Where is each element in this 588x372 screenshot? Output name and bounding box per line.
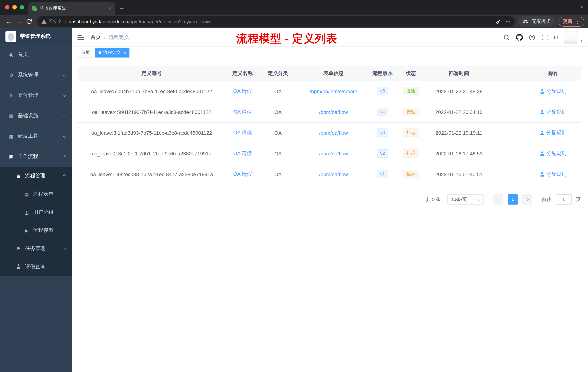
table-row: oa_leave:4:991f2193-7b7f-11ec-a3c8-acde4… [77, 101, 581, 122]
url-divider: | [65, 19, 66, 24]
definition-table: 定义编号 定义名称 定义分类 表单信息 流程版本 状态 部署时间 操作 [77, 66, 581, 185]
page-size-select[interactable]: 10条/页 [447, 194, 484, 204]
deploy-time: 2022-01-16 01:40:51 [426, 164, 492, 185]
definition-name-link[interactable]: OA 请假 [233, 109, 252, 114]
assign-rule-button[interactable]: 分配规则 [540, 109, 567, 115]
forward-button[interactable]: → [14, 18, 24, 25]
collapse-sidebar-icon[interactable] [77, 35, 84, 40]
svg-text:?: ? [531, 35, 533, 39]
user-avatar[interactable] [564, 31, 577, 44]
assign-rule-button[interactable]: 分配规则 [540, 88, 567, 94]
chevron-down-icon [63, 74, 66, 77]
goto-label: 前往 [542, 196, 551, 203]
sidebar-item-user-group[interactable]: ◫ 用户分组 [0, 203, 72, 221]
search-icon[interactable] [503, 34, 510, 41]
chevron-down-icon [63, 247, 66, 250]
fullscreen-icon[interactable] [541, 34, 548, 41]
assign-rule-button[interactable]: 分配规则 [540, 171, 567, 177]
breadcrumb-separator: / [104, 34, 105, 40]
security-label[interactable]: 不安全 [49, 18, 62, 25]
assign-rule-button[interactable]: 分配规则 [540, 129, 567, 136]
password-key-icon[interactable] [495, 19, 501, 24]
status-badge: 挂起 [403, 149, 419, 158]
cell-spacer [492, 143, 526, 164]
form-link[interactable]: /bpm/oa/flow [319, 151, 348, 156]
address-bar[interactable]: 不安全 | dashboard.yudao.iocoder.cn/bpm/man… [37, 16, 515, 27]
browser-menu-icon[interactable]: ⋮ [575, 19, 580, 24]
form-link[interactable]: /bpm/oa/flow [319, 171, 348, 177]
new-tab-button[interactable]: + [120, 5, 124, 12]
reload-button[interactable] [24, 19, 34, 24]
tag-close-icon[interactable]: × [123, 50, 126, 55]
chevron-up-icon [63, 155, 66, 158]
workflow-submenu: ≣ 流程管理 ▤ 流程表单 ◫ 用户分组 ▶ 流程模型 [0, 167, 72, 276]
sidebar-item-label: 流程管理 [25, 173, 60, 179]
sidebar-item-task-mgmt[interactable]: ⚑ 任务管理 [0, 240, 72, 258]
sidebar-item-workflow[interactable]: ▣ 工作流程 [0, 146, 72, 167]
sidebar-item-label: 用户分组 [33, 209, 65, 216]
form-link[interactable]: /bpm/oa/leave/create [310, 88, 357, 94]
form-link[interactable]: /bpm/oa/flow [319, 109, 348, 115]
chevron-down-icon [63, 94, 66, 97]
form-link[interactable]: /bpm/oa/flow [319, 130, 348, 136]
tag-home[interactable]: 首页 [78, 48, 93, 57]
bookmark-star-icon[interactable]: ☆ [506, 19, 511, 24]
version-badge: v2 [377, 149, 388, 158]
prev-page-button[interactable] [493, 194, 503, 204]
github-icon[interactable] [516, 34, 523, 41]
back-button[interactable]: ← [4, 18, 14, 25]
page-size-value: 10条/页 [451, 196, 467, 203]
definition-name-link[interactable]: OA 请假 [233, 88, 252, 94]
sidebar-item-label: 支付管理 [18, 92, 60, 99]
tag-process-definition[interactable]: 流程定义 × [95, 48, 129, 57]
sidebar-item-process-mgmt[interactable]: ≣ 流程管理 [0, 167, 72, 185]
version-badge: v1 [377, 170, 388, 178]
sidebar-item-label: 工作流程 [18, 153, 60, 160]
avatar-caret-icon[interactable]: ▾ [580, 38, 583, 43]
tab-close-icon[interactable]: × [108, 5, 111, 11]
table-row: oa_leave:3:1fad3d93-7b75-11ec-a3c8-acde4… [77, 122, 581, 143]
url-path: /bpm/manager/definition?key=oa_leave [128, 19, 211, 24]
tools-icon: ▧ [8, 133, 15, 139]
sidebar-item-infrastructure[interactable]: ▦ 基础设施 [0, 106, 72, 126]
sidebar-item-home[interactable]: ◉ 首页 [0, 44, 72, 65]
sidebar-item-system-mgmt[interactable]: ⚙ 系统管理 [0, 65, 72, 85]
definition-id: oa_leave:4:991f2193-7b7f-11ec-a3c8-acde4… [77, 101, 226, 122]
column-header: 操作 [526, 66, 581, 81]
tab-search-icon[interactable]: ▾ [581, 5, 583, 10]
definition-category: OA [259, 122, 297, 143]
definition-name-link[interactable]: OA 请假 [233, 150, 252, 156]
sidebar-item-leave-query[interactable]: 请假查询 [0, 258, 72, 276]
close-window-button[interactable] [5, 5, 10, 10]
definition-name-link[interactable]: OA 请假 [233, 171, 252, 177]
font-size-icon[interactable]: tT [554, 34, 559, 40]
minimize-window-button[interactable] [12, 5, 17, 10]
header-actions: ? tT ▾ [503, 31, 583, 44]
goto-page-input[interactable] [556, 194, 572, 204]
app-logo[interactable]: 芋道管理系统 [0, 28, 72, 44]
sidebar-item-process-model[interactable]: ▶ 流程模型 [0, 221, 72, 240]
flag-icon: ⚑ [15, 246, 22, 251]
column-header: 状态 [395, 66, 426, 81]
zoom-window-button[interactable] [20, 5, 24, 10]
incognito-label: 无痕模式 [532, 18, 551, 25]
sidebar-item-label: 流程表单 [33, 191, 65, 197]
definition-name-link[interactable]: OA 请假 [233, 129, 252, 135]
next-page-button[interactable] [522, 194, 532, 204]
page-number-button[interactable]: 1 [508, 194, 518, 204]
sidebar-item-label: 流程模型 [33, 227, 65, 234]
browser-toolbar: ← → 不安全 | dashboard.yudao.iocoder.cn/bpm… [0, 15, 588, 28]
goto-unit-label: 页 [576, 196, 581, 203]
browser-update-button[interactable]: 更新 ⋮ [558, 17, 584, 26]
column-header: 流程版本 [370, 66, 395, 81]
help-icon[interactable]: ? [529, 34, 536, 41]
cell-spacer [492, 81, 526, 101]
browser-tab[interactable]: 芋道管理系统 × [28, 2, 115, 15]
chevron-right-icon [526, 198, 529, 201]
sidebar-item-dev-tools[interactable]: ▧ 研发工具 [0, 126, 72, 146]
breadcrumb-home[interactable]: 首页 [91, 34, 101, 41]
assign-rule-button[interactable]: 分配规则 [540, 150, 567, 157]
incognito-badge: 无痕模式 [518, 16, 555, 27]
sidebar-item-payment-mgmt[interactable]: ¥ 支付管理 [0, 85, 72, 106]
sidebar-item-process-form[interactable]: ▤ 流程表单 [0, 185, 72, 203]
